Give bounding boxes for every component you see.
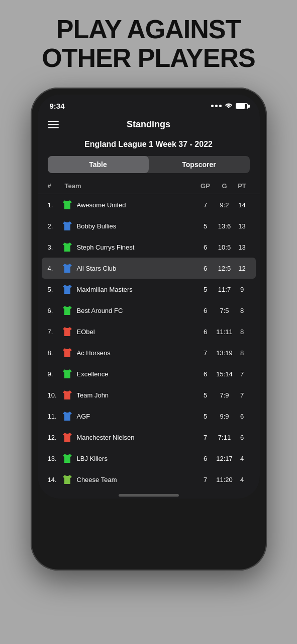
table-row: 14. Cheese Team 7 11:20 4 [38,469,260,490]
menu-button[interactable] [48,121,59,128]
wifi-icon [225,102,233,110]
tab-table[interactable]: Table [48,156,149,173]
app-header: Standings [38,113,260,135]
shirt-icon [62,305,73,316]
shirt-icon [62,326,73,337]
team-gp: 6 [196,328,215,336]
team-name: Cheese Team [77,476,196,484]
standings-table: 1. Awesome United 7 9:2 14 2. Bobby Bull… [38,194,260,490]
team-name: Maximilian Masters [77,286,196,293]
team-g: 11:11 [215,328,235,336]
team-gp: 6 [196,370,215,378]
team-name: AGF [77,413,196,420]
shirt-icon [62,389,73,400]
team-pt: 6 [235,434,250,441]
shirt-icon [62,242,73,253]
team-pt: 7 [235,391,250,399]
team-gp: 7 [196,476,215,484]
team-gp: 6 [196,244,215,251]
table-row: 4. All Stars Club 6 12:5 12 [42,258,256,279]
team-rank: 5. [48,286,62,293]
team-pt: 12 [235,265,250,272]
team-name: Steph Currys Finest [77,244,196,251]
team-name: Excellence [77,370,196,378]
status-icons [211,102,248,110]
team-g: 11:20 [215,476,235,484]
team-rank: 6. [48,307,62,314]
team-g: 11:7 [215,286,235,293]
team-g: 9:2 [215,201,235,209]
team-pt: 14 [235,201,250,209]
battery-icon [236,103,248,109]
team-name: Best Around FC [77,307,196,314]
league-title: England League 1 Week 37 - 2022 [38,135,260,156]
team-g: 7:9 [215,391,235,399]
team-pt: 8 [235,349,250,357]
col-team-header: Team [65,182,196,190]
team-rank: 7. [48,328,62,336]
team-rank: 10. [48,391,62,399]
table-row: 10. Team John 5 7:9 7 [38,384,260,406]
team-name: EObel [77,328,196,336]
team-gp: 7 [196,434,215,441]
team-rank: 1. [48,201,62,209]
team-g: 10:5 [215,244,235,251]
team-rank: 3. [48,244,62,251]
team-name: All Stars Club [77,265,196,272]
team-pt: 4 [235,476,250,484]
team-gp: 6 [196,265,215,272]
team-g: 13:6 [215,222,235,230]
team-name: Awesome United [77,201,196,209]
shirt-icon [62,199,73,210]
table-row: 5. Maximilian Masters 5 11:7 9 [38,279,260,300]
status-time: 9:34 [50,102,65,110]
table-row: 2. Bobby Bullies 5 13:6 13 [38,215,260,236]
team-pt: 8 [235,328,250,336]
team-gp: 5 [196,413,215,420]
header-title: Standings [127,119,170,130]
team-g: 7:11 [215,434,235,441]
team-pt: 8 [235,307,250,314]
signal-dots [211,105,222,107]
shirt-icon [62,263,73,274]
tab-bar: Table Topscorer [48,156,250,173]
team-pt: 13 [235,222,250,230]
team-g: 9:9 [215,413,235,420]
team-rank: 9. [48,370,62,378]
team-gp: 7 [196,349,215,357]
team-gp: 5 [196,391,215,399]
team-name: Manchester Nielsen [77,434,196,441]
team-rank: 14. [48,476,62,484]
team-rank: 12. [48,434,62,441]
table-row: 9. Excellence 6 15:14 7 [38,363,260,384]
headline-line2: OTHER PLAYERS [42,44,255,72]
team-gp: 7 [196,201,215,209]
col-rank-header: # [48,182,62,190]
team-rank: 8. [48,349,62,357]
team-name: Team John [77,391,196,399]
team-gp: 6 [196,307,215,314]
table-row: 8. Ac Horsens 7 13:19 8 [38,342,260,363]
team-g: 15:14 [215,370,235,378]
table-row: 11. AGF 5 9:9 6 [38,406,260,427]
tab-topscorer[interactable]: Topscorer [149,156,250,173]
team-g: 13:19 [215,349,235,357]
phone-screen: 9:34 Standings [38,95,260,499]
team-gp: 5 [196,286,215,293]
table-row: 1. Awesome United 7 9:2 14 [38,194,260,215]
team-name: LBJ Killers [77,455,196,462]
col-pt-header: PT [235,182,250,190]
team-rank: 2. [48,222,62,230]
team-rank: 11. [48,413,62,420]
table-row: 12. Manchester Nielsen 7 7:11 6 [38,427,260,448]
shirt-icon [62,284,73,295]
team-pt: 9 [235,286,250,293]
headline-line1: PLAY AGAINST [42,15,255,44]
team-name: Bobby Bullies [77,222,196,230]
team-name: Ac Horsens [77,349,196,357]
team-g: 7:5 [215,307,235,314]
team-pt: 7 [235,370,250,378]
shirt-icon [62,347,73,358]
shirt-icon [62,432,73,443]
team-g: 12:17 [215,455,235,462]
